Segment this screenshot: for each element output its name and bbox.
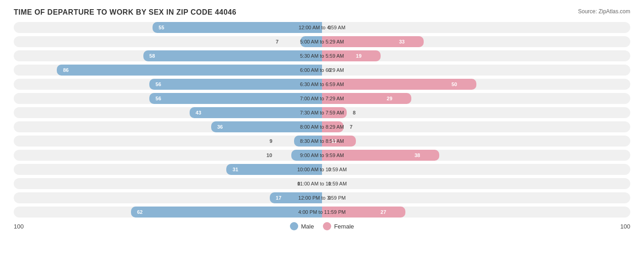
female-value: 50 bbox=[452, 82, 457, 87]
table-row: 6:30 AM to 6:59 AM5650 bbox=[14, 78, 630, 91]
legend: Male Female bbox=[290, 222, 354, 230]
female-label: Female bbox=[334, 223, 354, 230]
male-value: 56 bbox=[156, 82, 161, 87]
male-value: 62 bbox=[137, 209, 142, 215]
male-bar bbox=[153, 22, 322, 33]
female-bar bbox=[322, 50, 381, 61]
male-value: 43 bbox=[196, 110, 201, 115]
chart-area: 12:00 AM to 4:59 AM5505:00 AM to 5:29 AM… bbox=[14, 21, 630, 218]
male-bar bbox=[149, 93, 322, 104]
male-bar bbox=[143, 50, 322, 61]
male-swatch bbox=[290, 222, 298, 230]
chart-title: TIME OF DEPARTURE TO WORK BY SEX IN ZIP … bbox=[14, 8, 630, 16]
female-swatch bbox=[323, 222, 331, 230]
male-value: 0 bbox=[297, 181, 300, 186]
female-value: 8 bbox=[353, 110, 355, 115]
table-row: 6:00 AM to 6:29 AM860 bbox=[14, 64, 630, 76]
female-bar bbox=[322, 207, 405, 218]
female-value: 29 bbox=[387, 96, 392, 101]
male-bar bbox=[57, 65, 322, 76]
male-value: 55 bbox=[158, 25, 164, 30]
female-value: 0 bbox=[328, 167, 331, 172]
male-bar bbox=[294, 136, 322, 147]
female-bar bbox=[322, 36, 424, 47]
legend-female: Female bbox=[323, 222, 354, 230]
male-bar bbox=[226, 164, 322, 175]
table-row: 7:30 AM to 7:59 AM438 bbox=[14, 106, 630, 119]
female-value: 11 bbox=[331, 138, 337, 144]
female-value: 38 bbox=[415, 152, 420, 158]
male-value: 58 bbox=[149, 53, 155, 59]
female-value: 33 bbox=[399, 39, 404, 44]
female-value: 0 bbox=[328, 195, 331, 201]
female-bar bbox=[322, 136, 356, 147]
male-label: Male bbox=[301, 223, 314, 230]
male-bar bbox=[149, 79, 322, 90]
table-row: 5:00 AM to 5:29 AM733 bbox=[14, 35, 630, 48]
male-value: 31 bbox=[233, 167, 238, 172]
table-row: 8:30 AM to 8:59 AM911 bbox=[14, 135, 630, 147]
male-value: 36 bbox=[217, 124, 223, 130]
female-value: 0 bbox=[328, 67, 331, 73]
male-bar bbox=[291, 150, 322, 161]
female-bar bbox=[322, 93, 411, 104]
female-value: 0 bbox=[328, 25, 331, 30]
female-value: 19 bbox=[356, 53, 361, 59]
table-row: 4:00 PM to 11:59 PM6227 bbox=[14, 206, 630, 218]
table-row: 7:00 AM to 7:29 AM5629 bbox=[14, 92, 630, 105]
table-row: 12:00 PM to 3:59 PM170 bbox=[14, 191, 630, 204]
male-bar bbox=[300, 36, 322, 47]
female-value: 7 bbox=[350, 124, 353, 130]
legend-male: Male bbox=[290, 222, 314, 230]
male-bar bbox=[190, 107, 322, 118]
male-value: 56 bbox=[156, 96, 161, 101]
table-row: 5:30 AM to 5:59 AM5819 bbox=[14, 49, 630, 62]
table-row: 8:00 AM to 8:29 AM367 bbox=[14, 120, 630, 133]
male-value: 17 bbox=[276, 195, 281, 201]
bottom-labels: 100 Male Female 100 bbox=[14, 222, 630, 230]
table-row: 10:00 AM to 10:59 AM310 bbox=[14, 163, 630, 176]
female-bar bbox=[322, 150, 439, 161]
male-value: 10 bbox=[267, 152, 272, 158]
male-bar bbox=[211, 121, 322, 132]
male-value: 86 bbox=[63, 67, 69, 73]
source-text: Source: ZipAtlas.com bbox=[578, 8, 630, 15]
axis-min-label: 100 bbox=[14, 223, 24, 230]
female-value: 27 bbox=[381, 209, 386, 215]
chart-container: TIME OF DEPARTURE TO WORK BY SEX IN ZIP … bbox=[0, 0, 644, 272]
male-bar bbox=[131, 207, 322, 218]
female-value: 0 bbox=[328, 181, 331, 186]
table-row: 12:00 AM to 4:59 AM550 bbox=[14, 21, 630, 34]
axis-max-label: 100 bbox=[620, 223, 630, 230]
table-row: 9:00 AM to 9:59 AM1038 bbox=[14, 149, 630, 162]
female-bar bbox=[322, 121, 344, 132]
female-bar bbox=[322, 107, 347, 118]
table-row: 11:00 AM to 11:59 AM00 bbox=[14, 177, 630, 190]
male-value: 9 bbox=[270, 138, 273, 144]
male-value: 7 bbox=[276, 39, 278, 44]
